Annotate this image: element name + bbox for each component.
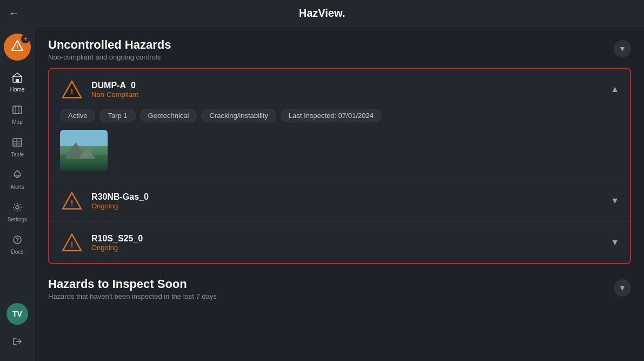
back-icon: ←	[9, 7, 19, 19]
main-layout: ! + Home	[0, 27, 644, 361]
hazard-item-dump-a-0-info: ! DUMP-A_0 Non-Compliant	[60, 77, 138, 101]
photo-mountain-2	[79, 147, 95, 159]
avatar[interactable]: TV	[6, 303, 28, 325]
hazard-item-r30nb-gas-0-header[interactable]: ! R30NB-Gas_0 Ongoing ▼	[60, 189, 619, 213]
alerts-icon	[12, 169, 23, 183]
add-hazard-button[interactable]: ! +	[4, 34, 31, 61]
uncontrolled-hazards-list: ! DUMP-A_0 Non-Compliant ▲	[48, 68, 631, 264]
hazard-name-r10s: R10S_S25_0	[91, 234, 143, 244]
map-icon	[12, 104, 23, 118]
hazard-item-r10s-s25-0-header[interactable]: ! R10S_S25_0 Ongoing ▼	[60, 231, 619, 254]
app-title: HazView.	[299, 7, 346, 19]
tag-active: Active	[60, 109, 95, 122]
docs-icon: ?	[12, 234, 23, 248]
sidebar-item-map-label: Map	[12, 119, 22, 125]
sidebar-item-home[interactable]: Home	[2, 67, 32, 97]
svg-text:!: !	[71, 87, 74, 96]
svg-rect-3	[13, 106, 22, 114]
hazard-warning-icon-r10s: !	[60, 231, 84, 254]
hazard-warning-icon-r30nb: !	[60, 189, 84, 213]
hazard-item-r10s-s25-0: ! R10S_S25_0 Ongoing ▼	[49, 222, 630, 263]
table-icon	[12, 137, 23, 150]
chevron-down-icon-r30nb: ▼	[610, 196, 619, 205]
hazard-item-dump-a-0: ! DUMP-A_0 Non-Compliant ▲	[49, 69, 630, 180]
warning-icon: !	[11, 40, 23, 55]
uncontrolled-hazards-header: Uncontrolled Hazards Non-compliant and o…	[48, 38, 631, 61]
chevron-down-icon-r10s: ▼	[610, 238, 619, 247]
home-icon	[12, 72, 23, 86]
plus-badge: +	[21, 35, 30, 43]
uncontrolled-hazards-subtitle: Non-compliant and ongoing controls	[48, 53, 171, 61]
hazards-inspect-header: Hazards to Inspect Soon Hazards that hav…	[48, 277, 631, 300]
hazard-photo-dump-a-0[interactable]	[60, 130, 108, 171]
sidebar-item-alerts-label: Alerts	[10, 184, 24, 190]
chevron-up-icon: ▲	[610, 84, 619, 94]
settings-icon	[12, 202, 23, 215]
sidebar-item-settings-label: Settings	[8, 216, 27, 222]
hazard-name-dump-a-0: DUMP-A_0	[91, 81, 138, 90]
hazards-inspect-toggle[interactable]: ▼	[614, 279, 631, 297]
sidebar-item-alerts[interactable]: Alerts	[2, 165, 32, 195]
svg-point-11	[16, 206, 19, 209]
hazard-item-r10s-s25-0-info: ! R10S_S25_0 Ongoing	[60, 231, 143, 254]
svg-text:?: ?	[16, 237, 19, 243]
tag-tarp1: Tarp 1	[99, 109, 135, 122]
sidebar-item-table-label: Table	[11, 152, 24, 157]
hazard-status-r10s: Ongoing	[91, 244, 143, 252]
back-button[interactable]: ←	[9, 7, 19, 19]
hazard-status-dump-a-0: Non-Compliant	[91, 90, 138, 99]
hazards-inspect-title: Hazards to Inspect Soon	[48, 277, 217, 291]
sidebar-item-table[interactable]: Table	[2, 132, 32, 162]
uncontrolled-hazards-toggle[interactable]: ▼	[614, 40, 631, 57]
sidebar-item-map[interactable]: Map	[2, 100, 32, 130]
hazard-expand-r30nb[interactable]: ▼	[610, 196, 619, 206]
photo-landscape-bg	[60, 130, 108, 171]
hazards-inspect-subtitle: Hazards that haven't been inspected in t…	[48, 292, 217, 300]
hazard-status-r30nb: Ongoing	[91, 202, 149, 210]
uncontrolled-hazards-title: Uncontrolled Hazards	[48, 38, 171, 52]
hazard-item-dump-a-0-header[interactable]: ! DUMP-A_0 Non-Compliant ▲	[60, 77, 619, 101]
hazard-expand-dump-a-0[interactable]: ▲	[610, 84, 619, 94]
svg-text:!: !	[71, 199, 74, 207]
svg-text:!: !	[71, 240, 74, 249]
hazard-item-r30nb-gas-0: ! R30NB-Gas_0 Ongoing ▼	[49, 180, 630, 222]
logout-button[interactable]	[7, 331, 28, 355]
sidebar-item-settings[interactable]: Settings	[2, 197, 32, 227]
main-content: Uncontrolled Hazards Non-compliant and o…	[35, 27, 644, 361]
tag-cracking: Cracking/instability	[201, 109, 276, 122]
chevron-down-icon: ▼	[619, 44, 626, 53]
svg-rect-2	[16, 79, 19, 82]
svg-rect-6	[13, 139, 22, 146]
hazard-item-r30nb-gas-0-info: ! R30NB-Gas_0 Ongoing	[60, 189, 149, 213]
sidebar-item-docs[interactable]: ? Docs	[2, 229, 32, 260]
hazard-expand-r10s[interactable]: ▼	[610, 238, 619, 247]
hazard-tags-dump-a-0: Active Tarp 1 Geotechnical Cracking/inst…	[60, 109, 619, 122]
sidebar-item-home-label: Home	[10, 87, 25, 93]
tag-last-inspected: Last Inspected: 07/01/2024	[281, 109, 382, 122]
hazard-warning-icon-dump-a-0: !	[60, 77, 84, 101]
hazard-name-r30nb: R30NB-Gas_0	[91, 192, 149, 202]
tag-geotechnical: Geotechnical	[140, 109, 197, 122]
sidebar-item-docs-label: Docs	[11, 249, 24, 255]
hazard-photo-row-dump-a-0	[60, 130, 619, 171]
sidebar: ! + Home	[0, 27, 35, 361]
svg-text:!: !	[17, 44, 18, 49]
chevron-down-icon-inspect: ▼	[619, 284, 626, 292]
app-header: ← HazView.	[0, 0, 644, 27]
